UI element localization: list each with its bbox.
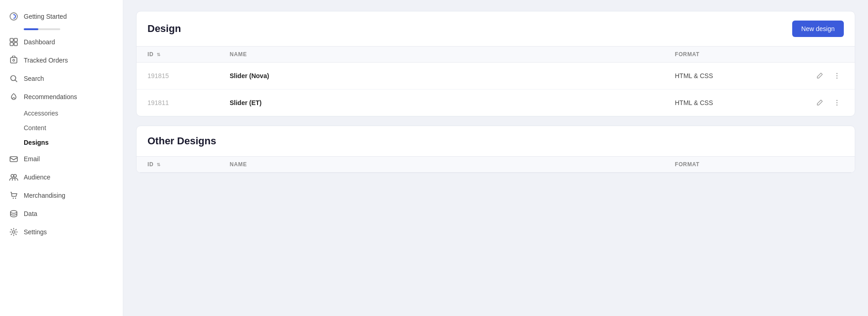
svg-point-10 <box>11 174 14 177</box>
recommendations-icon <box>9 92 18 101</box>
svg-point-19 <box>836 100 837 101</box>
sidebar-item-label: Dashboard <box>24 38 55 46</box>
sidebar-item-label: Settings <box>24 228 47 236</box>
sort-icon[interactable]: ⇅ <box>157 52 161 57</box>
svg-point-12 <box>13 198 14 199</box>
more-options-icon[interactable] <box>830 96 844 110</box>
svg-point-1 <box>12 15 16 18</box>
svg-point-15 <box>12 231 15 233</box>
sidebar-item-label: Email <box>24 155 40 163</box>
cell-name: Slider (ET) <box>230 99 675 106</box>
svg-point-18 <box>836 78 837 79</box>
sidebar-item-search[interactable]: Search <box>0 69 123 88</box>
sidebar-item-tracked-orders[interactable]: Tracked Orders <box>0 51 123 69</box>
sidebar-item-getting-started[interactable]: Getting Started <box>0 7 123 33</box>
sidebar-item-data[interactable]: Data <box>0 205 123 223</box>
cell-format: HTML & CSS <box>675 72 812 79</box>
svg-point-0 <box>10 13 17 20</box>
svg-point-11 <box>14 174 16 177</box>
svg-rect-4 <box>10 42 13 46</box>
cell-actions <box>812 69 844 83</box>
svg-point-21 <box>836 105 837 105</box>
cell-id: 191815 <box>147 72 230 79</box>
svg-rect-3 <box>14 38 17 42</box>
col-header-format: FORMAT <box>675 161 812 168</box>
sidebar-item-label: Search <box>24 75 44 82</box>
sidebar-sub-item-content[interactable]: Content <box>0 121 123 135</box>
search-icon <box>9 74 18 83</box>
email-icon <box>9 154 18 163</box>
svg-rect-6 <box>11 58 17 63</box>
table-row: 191815 Slider (Nova) HTML & CSS <box>137 63 855 90</box>
settings-icon <box>9 227 18 237</box>
col-header-actions <box>812 51 844 58</box>
other-designs-card-title: Other Designs <box>147 135 216 147</box>
sort-icon[interactable]: ⇅ <box>157 162 161 167</box>
col-header-name: NAME <box>230 161 675 168</box>
sidebar-item-dashboard[interactable]: Dashboard <box>0 33 123 51</box>
svg-point-20 <box>836 102 837 103</box>
other-designs-card-header: Other Designs <box>137 126 855 157</box>
sidebar-sub-item-accessories[interactable]: Accessories <box>0 106 123 121</box>
data-icon <box>9 209 18 218</box>
tracked-orders-icon <box>9 56 18 65</box>
cell-name: Slider (Nova) <box>230 72 675 79</box>
svg-rect-5 <box>14 42 17 46</box>
main-content: Design New design ID ⇅ NAME FORMAT 19181… <box>123 0 868 316</box>
col-header-id: ID ⇅ <box>147 161 230 168</box>
sidebar-item-email[interactable]: Email <box>0 150 123 168</box>
sidebar-item-recommendations[interactable]: Recommendations <box>0 88 123 106</box>
svg-rect-9 <box>10 157 17 162</box>
sidebar: Getting Started Dashboard Tracked Order <box>0 0 123 316</box>
col-header-format: FORMAT <box>675 51 812 58</box>
sidebar-item-merchandising[interactable]: Merchandising <box>0 186 123 205</box>
other-designs-card: Other Designs ID ⇅ NAME FORMAT <box>136 126 855 173</box>
sidebar-item-label: Tracked Orders <box>24 57 68 64</box>
other-designs-table: ID ⇅ NAME FORMAT <box>137 157 855 173</box>
design-table-header: ID ⇅ NAME FORMAT <box>137 47 855 63</box>
col-header-id: ID ⇅ <box>147 51 230 58</box>
sidebar-item-label: Audience <box>24 174 50 181</box>
svg-point-17 <box>836 75 837 76</box>
svg-point-8 <box>11 76 16 81</box>
design-card-header: Design New design <box>137 11 855 47</box>
svg-point-16 <box>836 73 837 74</box>
svg-point-14 <box>11 211 17 213</box>
audience-icon <box>9 173 18 182</box>
cell-actions <box>812 96 844 110</box>
edit-icon[interactable] <box>813 69 826 83</box>
sidebar-item-label: Merchandising <box>24 192 65 199</box>
design-card: Design New design ID ⇅ NAME FORMAT 19181… <box>136 11 855 116</box>
cell-id: 191811 <box>147 99 230 106</box>
progress-bar-fill <box>24 28 38 30</box>
sidebar-item-label: Recommendations <box>24 93 77 100</box>
svg-point-13 <box>15 198 16 199</box>
svg-rect-2 <box>10 38 13 42</box>
sidebar-item-settings[interactable]: Settings <box>0 223 123 241</box>
design-card-title: Design <box>147 23 181 35</box>
sidebar-item-audience[interactable]: Audience <box>0 168 123 186</box>
merchandising-icon <box>9 191 18 200</box>
dashboard-icon <box>9 37 18 47</box>
more-options-icon[interactable] <box>830 69 844 83</box>
new-design-button[interactable]: New design <box>792 21 844 37</box>
table-row: 191811 Slider (ET) HTML & CSS <box>137 90 855 116</box>
sidebar-item-label: Data <box>24 210 37 217</box>
svg-point-7 <box>13 59 15 61</box>
circle-progress-icon <box>9 12 18 21</box>
design-table: ID ⇅ NAME FORMAT 191815 Slider (Nova) HT… <box>137 47 855 116</box>
progress-bar <box>24 28 60 30</box>
col-header-actions <box>812 161 844 168</box>
sidebar-sub-item-designs[interactable]: Designs <box>0 135 123 150</box>
cell-format: HTML & CSS <box>675 99 812 106</box>
col-header-name: NAME <box>230 51 675 58</box>
sidebar-item-label: Getting Started <box>24 13 67 20</box>
edit-icon[interactable] <box>813 96 826 110</box>
other-designs-table-header: ID ⇅ NAME FORMAT <box>137 157 855 173</box>
